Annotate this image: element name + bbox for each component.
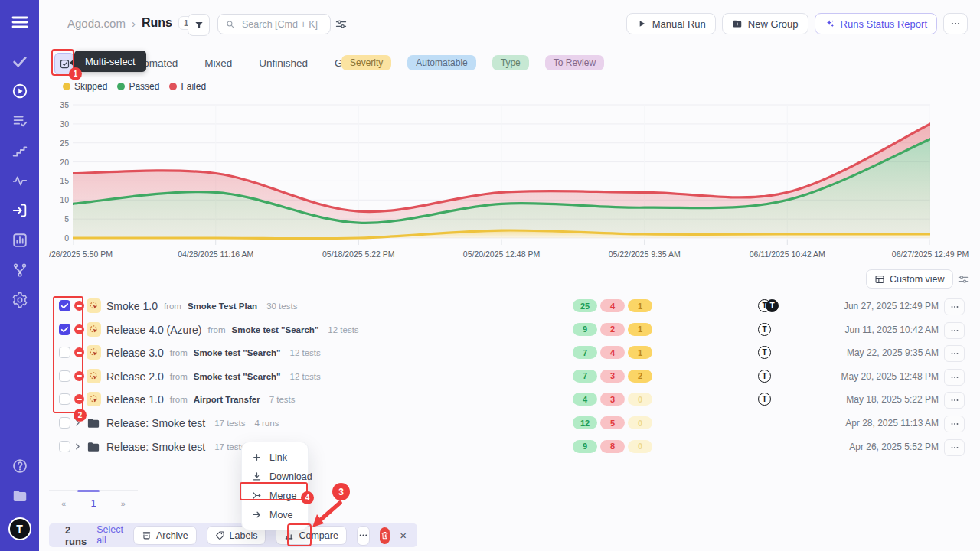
y-tick-label: 0	[64, 233, 69, 243]
row-checkbox[interactable]	[59, 347, 70, 358]
run-name[interactable]: Smoke 1.0	[106, 300, 158, 312]
row-checkbox[interactable]	[59, 324, 70, 335]
bulk-delete-button[interactable]	[380, 527, 390, 544]
run-row[interactable]: Smoke 1.0fromSmoke Test Plan30 tests 25 …	[49, 295, 971, 318]
pagination: « 1 »	[49, 490, 138, 509]
plan-name[interactable]: Smoke test "Search"	[232, 325, 319, 334]
run-row[interactable]: Release 1.0fromAirport Transfer7 tests 4…	[49, 388, 971, 411]
avatars: TT	[758, 299, 779, 312]
run-name[interactable]: Release 2.0	[106, 370, 164, 383]
sidebar-analytics-icon[interactable]	[11, 232, 28, 249]
search-input[interactable]	[240, 18, 323, 31]
plan-name[interactable]: Airport Transfer	[194, 395, 260, 404]
plan-name[interactable]: Smoke test "Search"	[194, 348, 281, 357]
menu-item-move[interactable]: Move	[242, 505, 308, 524]
run-date: May 20, 2025 12:48 PM	[841, 371, 939, 382]
runs-status-report-button[interactable]: Runs Status Report	[815, 13, 937, 34]
sidebar-pulse-icon[interactable]	[11, 172, 28, 189]
sidebar-folder-icon[interactable]	[11, 487, 28, 504]
new-group-button[interactable]: New Group	[722, 13, 808, 34]
bulk-close-button[interactable]: ×	[400, 529, 407, 542]
expand-chevron-icon[interactable]	[73, 418, 83, 428]
run-row[interactable]: Release 3.0fromSmoke test "Search"12 tes…	[49, 341, 971, 364]
tab-mixed[interactable]: Mixed	[204, 57, 232, 69]
plan-name[interactable]: Smoke test "Search"	[194, 372, 281, 381]
legend-skipped[interactable]: Skipped	[63, 81, 107, 92]
group-row[interactable]: Release: Smoke test17 tests7 runs 9 8 0 …	[49, 435, 971, 458]
automated-run-icon	[87, 369, 101, 383]
top-actions: Manual RunNew GroupRuns Status Report	[626, 13, 968, 34]
result-badges: 25 4 1	[573, 299, 652, 312]
run-row[interactable]: Release 2.0fromSmoke test "Search"12 tes…	[49, 365, 971, 388]
filter-button[interactable]	[188, 14, 210, 36]
pagination-page-1[interactable]: 1	[90, 497, 96, 509]
sidebar-help-icon[interactable]	[11, 458, 28, 474]
sidebar-branches-icon[interactable]	[11, 262, 28, 279]
user-avatar[interactable]: T	[8, 517, 31, 540]
sidebar-list-check-icon[interactable]	[11, 112, 28, 129]
automated-run-icon	[87, 322, 101, 337]
menu-item-download[interactable]: Download	[242, 467, 308, 486]
passed-badge: 9	[573, 440, 597, 453]
plan-name[interactable]: Smoke Test Plan	[188, 302, 257, 311]
run-name[interactable]: Release 3.0	[106, 347, 164, 359]
run-name[interactable]: Release: Smoke test	[106, 417, 205, 429]
tag-automatable[interactable]: Automatable	[407, 55, 475, 70]
row-checkbox[interactable]	[59, 417, 70, 429]
run-name[interactable]: Release 1.0	[106, 393, 164, 406]
custom-view-button[interactable]: Custom view	[866, 269, 953, 289]
row-more-button[interactable]	[944, 369, 965, 386]
breadcrumb-project[interactable]: Agoda.com	[67, 17, 126, 30]
sidebar-play-circle-icon[interactable]	[11, 83, 28, 99]
tests-count: 12 tests	[328, 325, 358, 334]
search-settings-icon[interactable]	[335, 18, 348, 31]
sidebar-check-icon[interactable]	[11, 53, 28, 70]
pagination-next[interactable]: »	[121, 499, 126, 508]
funnel-icon	[194, 20, 204, 31]
runs-count: 4 runs	[254, 419, 279, 428]
row-more-button[interactable]	[944, 392, 965, 409]
assignee-avatar: T	[758, 370, 771, 383]
expand-chevron-icon[interactable]	[73, 442, 83, 452]
run-name[interactable]: Release: Smoke test	[106, 441, 205, 453]
tag-severity[interactable]: Severity	[341, 55, 391, 70]
select-all-link[interactable]: Select all	[96, 524, 123, 546]
search-box[interactable]	[217, 14, 331, 34]
sparkles-icon	[825, 18, 835, 29]
run-title: Release 1.0fromAirport Transfer7 tests	[106, 388, 296, 411]
row-more-button[interactable]	[944, 416, 965, 432]
chart-x-axis: /26/2025 5:50 PM04/28/2025 11:16 AM05/18…	[49, 249, 974, 261]
group-row[interactable]: Release: Smoke test17 tests4 runs 12 5 0…	[49, 412, 971, 435]
legend-passed[interactable]: Passed	[117, 81, 159, 92]
tag-type[interactable]: Type	[492, 55, 529, 70]
tag-to-review[interactable]: To Review	[545, 55, 604, 70]
menu-item-merge[interactable]: Merge	[242, 486, 308, 505]
skipped-badge: 1	[628, 346, 652, 359]
row-more-button[interactable]	[944, 298, 965, 315]
row-more-button[interactable]	[944, 345, 965, 362]
row-more-button[interactable]	[944, 439, 965, 456]
sidebar-settings-icon[interactable]	[11, 292, 28, 308]
sidebar-menu-icon[interactable]	[11, 13, 29, 31]
sidebar-import-icon[interactable]	[11, 202, 28, 219]
bulk-archive-button[interactable]: Archive	[133, 526, 197, 545]
tab-unfinished[interactable]: Unfinished	[259, 57, 308, 69]
manual-run-button[interactable]: Manual Run	[626, 13, 716, 34]
bulk-more-button[interactable]	[357, 526, 370, 546]
run-date: Apr 26, 2025 5:52 PM	[849, 442, 939, 452]
run-date: Jun 27, 2025 12:49 PM	[844, 301, 939, 311]
pagination-prev[interactable]: «	[61, 499, 66, 508]
result-badges: 12 5 0	[573, 416, 652, 429]
legend-failed[interactable]: Failed	[169, 81, 206, 92]
row-checkbox[interactable]	[59, 300, 70, 311]
row-checkbox[interactable]	[59, 441, 70, 452]
more-actions-button[interactable]	[943, 13, 968, 34]
view-settings-icon[interactable]	[957, 273, 969, 285]
row-checkbox[interactable]	[59, 393, 70, 405]
run-row[interactable]: Release 4.0 (Azure)fromSmoke test "Searc…	[49, 318, 971, 341]
sidebar-steps-icon[interactable]	[11, 142, 28, 159]
row-checkbox[interactable]	[59, 370, 70, 382]
row-more-button[interactable]	[944, 322, 965, 339]
menu-item-link[interactable]: Link	[242, 448, 308, 467]
run-name[interactable]: Release 4.0 (Azure)	[106, 324, 202, 336]
